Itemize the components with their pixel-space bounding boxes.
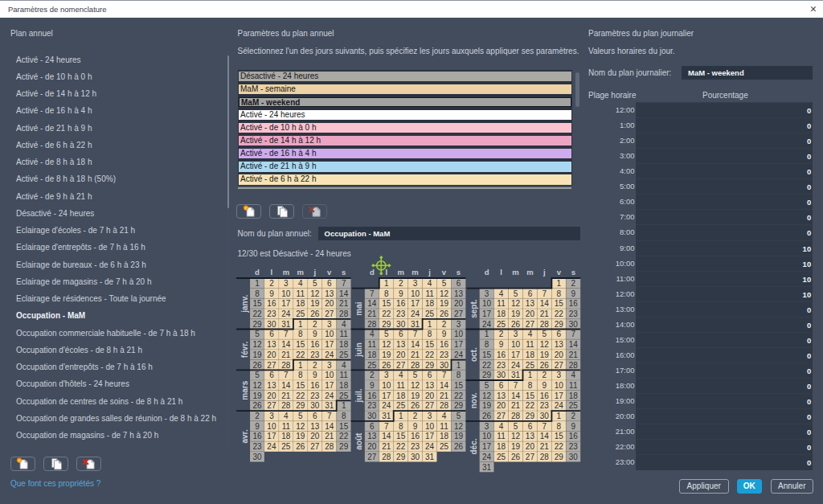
svg-text:26: 26 bbox=[411, 401, 420, 410]
svg-text:2: 2 bbox=[571, 412, 575, 420]
svg-text:3: 3 bbox=[384, 371, 389, 379]
svg-text:17: 17 bbox=[267, 432, 276, 440]
svg-text:12: 12 bbox=[511, 432, 521, 440]
svg-text:5: 5 bbox=[255, 371, 260, 379]
svg-text:7: 7 bbox=[571, 330, 575, 338]
svg-text:24: 24 bbox=[425, 442, 435, 451]
svg-text:13: 13 bbox=[267, 340, 276, 349]
svg-text:2: 2 bbox=[543, 371, 547, 379]
svg-text:17: 17 bbox=[555, 391, 564, 400]
svg-text:17: 17 bbox=[325, 340, 334, 349]
svg-text:11: 11 bbox=[339, 330, 348, 338]
svg-text:9: 9 bbox=[269, 289, 274, 298]
svg-text:21: 21 bbox=[411, 350, 420, 359]
svg-text:30: 30 bbox=[396, 320, 406, 329]
svg-text:15: 15 bbox=[526, 391, 535, 400]
svg-text:16: 16 bbox=[267, 299, 276, 308]
svg-text:m: m bbox=[397, 268, 403, 277]
svg-text:l: l bbox=[500, 268, 502, 277]
svg-text:22: 22 bbox=[555, 309, 564, 318]
svg-text:29: 29 bbox=[252, 320, 262, 329]
svg-text:11: 11 bbox=[396, 381, 405, 390]
svg-text:m: m bbox=[412, 268, 418, 277]
svg-text:22: 22 bbox=[482, 361, 492, 370]
svg-text:4: 4 bbox=[442, 412, 447, 420]
svg-text:29: 29 bbox=[526, 412, 535, 420]
svg-text:23: 23 bbox=[367, 401, 377, 410]
svg-text:déc.: déc. bbox=[469, 438, 478, 454]
svg-text:18: 18 bbox=[339, 340, 349, 349]
svg-text:1: 1 bbox=[557, 279, 562, 288]
svg-text:10: 10 bbox=[325, 330, 334, 338]
svg-text:5: 5 bbox=[485, 381, 489, 390]
svg-text:12: 12 bbox=[454, 422, 464, 431]
svg-text:8: 8 bbox=[298, 371, 303, 379]
svg-text:2: 2 bbox=[571, 279, 575, 288]
svg-text:14: 14 bbox=[440, 381, 449, 390]
svg-text:6: 6 bbox=[499, 381, 504, 390]
svg-text:18: 18 bbox=[339, 381, 349, 390]
svg-text:23: 23 bbox=[497, 361, 506, 370]
svg-text:24: 24 bbox=[511, 361, 521, 370]
svg-text:2: 2 bbox=[399, 279, 403, 288]
svg-text:31: 31 bbox=[325, 401, 334, 410]
svg-text:31: 31 bbox=[281, 320, 291, 329]
svg-text:15: 15 bbox=[482, 350, 492, 359]
svg-text:janv.: janv. bbox=[240, 295, 249, 313]
svg-text:17: 17 bbox=[281, 299, 291, 308]
svg-text:9: 9 bbox=[255, 422, 260, 431]
svg-text:5: 5 bbox=[313, 279, 317, 288]
svg-text:7: 7 bbox=[413, 330, 418, 338]
svg-text:16: 16 bbox=[569, 432, 579, 440]
svg-text:24: 24 bbox=[281, 309, 291, 318]
svg-text:16: 16 bbox=[310, 340, 320, 349]
svg-text:20: 20 bbox=[267, 350, 276, 359]
svg-text:14: 14 bbox=[511, 391, 521, 400]
svg-text:avr.: avr. bbox=[240, 429, 249, 443]
svg-text:17: 17 bbox=[482, 442, 492, 451]
svg-text:17: 17 bbox=[425, 432, 435, 440]
svg-text:3: 3 bbox=[557, 371, 562, 379]
svg-text:2: 2 bbox=[370, 371, 375, 379]
svg-text:16: 16 bbox=[252, 432, 262, 440]
svg-text:21: 21 bbox=[367, 309, 377, 318]
svg-text:7: 7 bbox=[543, 289, 547, 298]
svg-text:7: 7 bbox=[543, 422, 547, 431]
svg-text:j: j bbox=[428, 268, 431, 277]
svg-text:11: 11 bbox=[569, 381, 578, 390]
svg-text:mars: mars bbox=[240, 380, 249, 400]
svg-text:30: 30 bbox=[569, 453, 579, 461]
svg-text:30: 30 bbox=[411, 453, 420, 461]
svg-text:6: 6 bbox=[399, 330, 403, 338]
svg-text:18: 18 bbox=[440, 432, 449, 440]
svg-text:21: 21 bbox=[440, 391, 449, 400]
svg-text:19: 19 bbox=[540, 350, 550, 359]
svg-text:nov.: nov. bbox=[469, 392, 478, 408]
svg-text:19: 19 bbox=[511, 442, 521, 451]
svg-text:25: 25 bbox=[497, 320, 506, 329]
svg-text:27: 27 bbox=[267, 361, 276, 370]
svg-text:5: 5 bbox=[457, 412, 461, 420]
svg-text:24: 24 bbox=[555, 401, 564, 410]
svg-text:21: 21 bbox=[281, 391, 291, 400]
svg-text:9: 9 bbox=[571, 289, 575, 298]
svg-text:31: 31 bbox=[511, 371, 521, 379]
svg-text:20: 20 bbox=[526, 309, 535, 318]
svg-text:4: 4 bbox=[428, 279, 432, 288]
svg-text:27: 27 bbox=[497, 412, 506, 420]
svg-text:22: 22 bbox=[339, 432, 349, 440]
svg-text:15: 15 bbox=[296, 340, 305, 349]
svg-text:1: 1 bbox=[255, 279, 260, 288]
svg-text:17: 17 bbox=[411, 299, 420, 308]
svg-text:20: 20 bbox=[555, 350, 564, 359]
svg-text:18: 18 bbox=[396, 391, 406, 400]
svg-text:18: 18 bbox=[281, 432, 291, 440]
svg-text:17: 17 bbox=[511, 350, 521, 359]
svg-text:mai: mai bbox=[354, 301, 363, 315]
svg-text:10: 10 bbox=[411, 289, 420, 298]
svg-text:22: 22 bbox=[252, 309, 262, 318]
svg-text:24: 24 bbox=[267, 442, 276, 451]
svg-text:28: 28 bbox=[440, 401, 449, 410]
svg-text:oct.: oct. bbox=[469, 347, 478, 362]
svg-text:28: 28 bbox=[511, 412, 521, 420]
